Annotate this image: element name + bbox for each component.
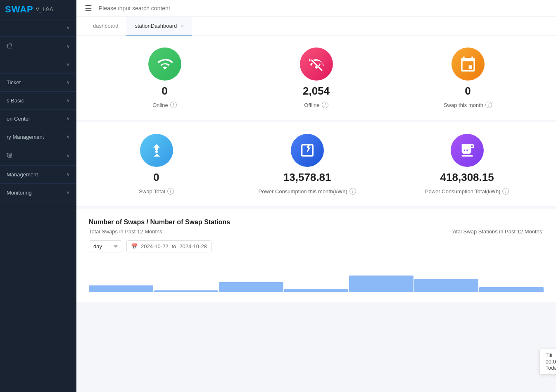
sidebar-item-basic[interactable]: s Basic ∨ bbox=[0, 92, 76, 110]
sidebar-item-battery-management[interactable]: ry Management ∨ bbox=[0, 128, 76, 146]
power-total-icon bbox=[451, 134, 484, 167]
chart-meta: Total Swaps in Past 12 Months: Total Swa… bbox=[89, 228, 544, 235]
chart-title: Number of Swaps / Number of Swap Station… bbox=[89, 219, 544, 226]
chevron-down-icon: ∨ bbox=[67, 172, 70, 177]
tab-label-station-dashboard: stationDashboard bbox=[135, 23, 177, 29]
power-total-info-icon[interactable]: ! bbox=[502, 188, 509, 195]
swap-month-icon bbox=[451, 48, 485, 81]
offline-label: Offline ! bbox=[304, 102, 328, 108]
stat-card-offline: 2,054 Offline ! bbox=[283, 48, 349, 108]
sidebar-item-label-battery-management: ry Management bbox=[7, 134, 44, 140]
period-select[interactable]: day week month bbox=[89, 240, 122, 252]
sidebar-item-label-management: Management bbox=[7, 171, 38, 178]
swap-total-icon bbox=[140, 134, 173, 167]
chevron-down-icon: ∨ bbox=[67, 62, 70, 67]
chart-bar-7 bbox=[479, 287, 544, 292]
chart-controls: day week month 📅 2024-10-22 to 2024-10-2… bbox=[89, 240, 544, 252]
swaps-label: Total Swaps in Past 12 Months: bbox=[89, 228, 164, 235]
sidebar-item-label-ticket: Ticket bbox=[7, 79, 21, 86]
offline-info-icon[interactable]: ! bbox=[322, 102, 328, 108]
power-month-tooltip: Till 00:00 Today bbox=[539, 349, 556, 375]
sidebar-item-label-5: 理 bbox=[7, 152, 12, 159]
date-separator: to bbox=[172, 243, 176, 249]
date-to: 2024-10-28 bbox=[179, 243, 207, 249]
power-total-value: 418,308.15 bbox=[440, 171, 494, 184]
online-info-icon[interactable]: ! bbox=[170, 102, 177, 108]
sidebar-item-label-basic: s Basic bbox=[7, 97, 24, 104]
chevron-down-icon: ∨ bbox=[67, 153, 70, 159]
stats-row-1: 0 Online ! 2,054 Offline ! bbox=[76, 36, 556, 120]
main-content: ☰ dashboard stationDashboard × 0 bbox=[76, 0, 556, 392]
tabs-bar: dashboard stationDashboard × bbox=[76, 17, 556, 36]
power-month-info-icon[interactable]: ! bbox=[349, 188, 356, 195]
stat-card-online: 0 Online ! bbox=[132, 48, 198, 108]
chevron-down-icon: ∨ bbox=[67, 44, 70, 49]
sidebar-item-management[interactable]: Management ∨ bbox=[0, 166, 76, 184]
offline-icon bbox=[300, 48, 333, 81]
swap-total-info-icon[interactable]: ! bbox=[167, 188, 174, 195]
power-month-label: Power Consumption this month(kWh) ! bbox=[259, 188, 356, 195]
sidebar: SWAP V_1.9.6 ∨ 理 ∨ ∨ Ticket ∨ s Basic ∨ … bbox=[0, 0, 76, 392]
chevron-down-icon: ∨ bbox=[67, 134, 70, 140]
sidebar-item-label-operation-center: on Center bbox=[7, 116, 30, 122]
content-area: 0 Online ! 2,054 Offline ! bbox=[76, 36, 556, 392]
stat-card-swap-month: 0 Swap this month ! bbox=[435, 48, 501, 108]
chart-bar-1 bbox=[89, 285, 153, 292]
power-month-icon bbox=[291, 134, 324, 167]
sidebar-item-2[interactable]: 理 ∨ bbox=[0, 37, 76, 56]
chart-section: Number of Swaps / Number of Swap Station… bbox=[76, 209, 556, 302]
stations-label: Total Swap Stations in Past 12 Months: bbox=[451, 228, 544, 235]
power-month-value: 13,578.81 bbox=[283, 171, 331, 184]
offline-value: 2,054 bbox=[303, 85, 330, 97]
date-range-picker[interactable]: 📅 2024-10-22 to 2024-10-28 bbox=[126, 240, 211, 252]
sidebar-logo: SWAP V_1.9.6 bbox=[0, 0, 76, 19]
sidebar-item-1[interactable]: ∨ bbox=[0, 19, 76, 37]
swap-month-info-icon[interactable]: ! bbox=[485, 102, 492, 108]
chart-bar-2 bbox=[154, 290, 219, 292]
sidebar-item-5[interactable]: 理 ∨ bbox=[0, 146, 76, 166]
sidebar-item-monitoring[interactable]: Monitoring ∨ bbox=[0, 184, 76, 202]
stat-card-power-month: Till 00:00 Today 13,578.81 Power Consump… bbox=[259, 134, 356, 195]
app-name: SWAP bbox=[5, 4, 33, 15]
online-label: Online ! bbox=[152, 102, 177, 108]
online-icon bbox=[148, 48, 181, 81]
topbar: ☰ bbox=[76, 0, 556, 17]
chart-placeholder bbox=[89, 259, 544, 292]
sidebar-item-3[interactable]: ∨ bbox=[0, 56, 76, 74]
stat-card-swap-total: 0 Swap Total ! bbox=[124, 134, 190, 195]
chevron-down-icon: ∨ bbox=[67, 190, 70, 195]
chevron-down-icon: ∨ bbox=[67, 98, 70, 103]
search-input[interactable] bbox=[99, 5, 264, 12]
power-total-label: Power Consumption Total(kWh) ! bbox=[425, 188, 509, 195]
sidebar-item-operation-center[interactable]: on Center ∨ bbox=[0, 110, 76, 128]
swap-month-label: Swap this month ! bbox=[444, 102, 492, 108]
stats-row-2: 0 Swap Total ! Till 00:00 Today 13,578.8… bbox=[76, 122, 556, 206]
swap-total-value: 0 bbox=[153, 171, 159, 184]
online-value: 0 bbox=[162, 85, 167, 97]
sidebar-item-label-monitoring: Monitoring bbox=[7, 190, 32, 196]
date-from: 2024-10-22 bbox=[141, 243, 169, 249]
stat-card-power-total: 418,308.15 Power Consumption Total(kWh) … bbox=[425, 134, 509, 195]
tab-close-button[interactable]: × bbox=[181, 23, 184, 29]
sidebar-item-label-2: 理 bbox=[7, 43, 12, 50]
app-version: V_1.9.6 bbox=[36, 7, 53, 12]
chevron-down-icon: ∨ bbox=[67, 80, 70, 85]
tab-station-dashboard[interactable]: stationDashboard × bbox=[126, 17, 192, 36]
tab-dashboard[interactable]: dashboard bbox=[85, 17, 126, 36]
hamburger-menu-button[interactable]: ☰ bbox=[85, 3, 92, 13]
chart-bar-4 bbox=[284, 289, 349, 292]
chevron-down-icon: ∨ bbox=[67, 116, 70, 121]
calendar-icon: 📅 bbox=[131, 243, 138, 249]
chart-bar-5 bbox=[349, 276, 413, 292]
swap-total-label: Swap Total ! bbox=[139, 188, 173, 195]
tab-label-dashboard: dashboard bbox=[93, 23, 118, 29]
swap-month-value: 0 bbox=[465, 85, 470, 97]
sidebar-item-ticket[interactable]: Ticket ∨ bbox=[0, 74, 76, 92]
chart-bar-3 bbox=[219, 282, 283, 292]
chevron-down-icon: ∨ bbox=[67, 25, 70, 31]
chart-bar-6 bbox=[414, 279, 479, 292]
